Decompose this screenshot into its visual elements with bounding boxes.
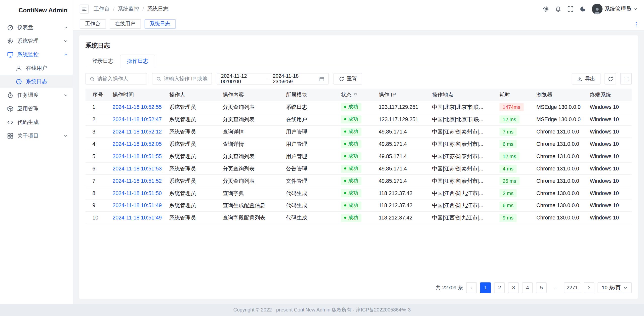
chevron-left-icon xyxy=(470,286,474,290)
operation-time-link[interactable]: 2024-11-18 10:51:52 xyxy=(112,178,162,184)
tab-more-icon[interactable] xyxy=(633,21,639,27)
cell-browser: Chrome 131.0.0.0 xyxy=(536,141,590,147)
operator-search-input[interactable] xyxy=(97,76,143,82)
user-menu[interactable]: 系统管理员 xyxy=(592,4,637,14)
sidebar-item-about-project[interactable]: 关于项目 xyxy=(0,129,73,143)
pagination-page-2[interactable]: 2 xyxy=(494,282,505,293)
sidebar-item-system-monitor[interactable]: 系统监控 xyxy=(0,48,73,61)
pagination: 共 22709 条 12345···2271 10 条/页 xyxy=(86,278,632,293)
pagination-page-2271[interactable]: 2271 xyxy=(564,282,580,293)
cell-operator: 系统管理员 xyxy=(169,153,223,160)
cell-index: 2 xyxy=(86,116,113,122)
prev-page-button[interactable] xyxy=(466,282,477,293)
operation-time-link[interactable]: 2024-11-18 10:51:49 xyxy=(112,202,162,208)
cell-operator: 系统管理员 xyxy=(169,128,223,135)
sidebar: ContiNew Admin 仪表盘 系统管理 系统监控 xyxy=(0,0,73,304)
breadcrumb-separator: / xyxy=(142,6,144,12)
duration-badge: 7 ms xyxy=(499,127,517,136)
sidebar-item-app-management[interactable]: 应用管理 xyxy=(0,102,73,115)
sidebar-collapse-button[interactable] xyxy=(80,5,89,14)
table-row: 102024-11-18 10:51:49系统管理员查询字段配置列表代码生成成功… xyxy=(86,212,632,224)
status-dot-icon xyxy=(344,204,346,206)
pagination-page-3[interactable]: 3 xyxy=(508,282,519,293)
next-page-button[interactable] xyxy=(584,282,594,293)
date-range-picker[interactable]: 2024-11-12 00:00:00 - 2024-11-18 23:59:5… xyxy=(217,73,329,85)
filter-funnel-icon[interactable] xyxy=(353,93,358,97)
footer: Copyright © 2022 - present ContiNew Admi… xyxy=(0,304,644,316)
col-location: 操作地点 xyxy=(432,91,500,98)
operation-time-link[interactable]: 2024-11-18 10:51:53 xyxy=(112,165,162,171)
page-size-select[interactable]: 10 条/页 xyxy=(598,282,632,293)
cell-browser: MSEdge 130.0.0.0 xyxy=(536,104,590,110)
tab-system-logs[interactable]: 系统日志 xyxy=(144,19,176,29)
col-os: 终端系统 xyxy=(590,91,632,98)
sidebar-item-task-schedule[interactable]: 任务调度 xyxy=(0,88,73,102)
table-refresh-button[interactable] xyxy=(605,73,616,85)
cell-index: 6 xyxy=(86,165,113,171)
pagination-page-5[interactable]: 5 xyxy=(536,282,547,293)
cube-icon xyxy=(7,105,14,112)
tab-workbench[interactable]: 工作台 xyxy=(80,19,106,29)
logo[interactable]: ContiNew Admin xyxy=(0,0,73,20)
breadcrumb-item-workbench[interactable]: 工作台 xyxy=(94,5,110,13)
pagination-page-1[interactable]: 1 xyxy=(480,282,491,293)
pagination-ellipsis[interactable]: ··· xyxy=(550,282,561,293)
status-badge: 成功 xyxy=(341,152,361,160)
tab-online-users[interactable]: 在线用户 xyxy=(109,19,141,29)
table-fullscreen-button[interactable] xyxy=(620,73,632,85)
log-type-tabs: 登录日志 操作日志 xyxy=(86,55,632,68)
operation-time-link[interactable]: 2024-11-18 10:51:50 xyxy=(112,190,162,196)
operation-time-link[interactable]: 2024-11-18 10:52:05 xyxy=(112,141,162,147)
notification-bell-icon[interactable] xyxy=(555,6,561,12)
cell-browser: Chrome 131.0.0.0 xyxy=(536,178,590,184)
operation-time-link[interactable]: 2024-11-18 10:52:47 xyxy=(112,116,162,122)
fullscreen-icon[interactable] xyxy=(567,6,574,12)
dark-mode-moon-icon[interactable] xyxy=(580,6,586,12)
cell-location: 中国|江西省|九江市|... xyxy=(432,202,500,209)
sidebar-item-system-logs[interactable]: 系统日志 xyxy=(0,75,73,88)
cell-status: 成功 xyxy=(341,189,379,197)
settings-gear-icon[interactable] xyxy=(543,6,549,12)
operation-time-link[interactable]: 2024-11-18 10:52:12 xyxy=(112,128,162,134)
operation-time-link[interactable]: 2024-11-18 10:51:49 xyxy=(112,215,162,221)
breadcrumb-item-system-monitor[interactable]: 系统监控 xyxy=(118,5,139,13)
operation-time-link[interactable]: 2024-11-18 10:52:55 xyxy=(112,104,162,110)
reset-button[interactable]: 重置 xyxy=(334,73,362,85)
status-dot-icon xyxy=(344,118,346,120)
date-end-value[interactable]: 2024-11-18 23:59:59 xyxy=(273,73,315,85)
status-badge: 成功 xyxy=(341,127,361,136)
cell-location: 中国|江苏省|泰州市|... xyxy=(432,153,500,160)
sidebar-item-label: 仪表盘 xyxy=(17,24,60,31)
breadcrumb: 工作台 / 系统监控 / 系统日志 xyxy=(94,5,169,13)
menu-fold-icon xyxy=(82,6,87,12)
date-start-value[interactable]: 2024-11-12 00:00:00 xyxy=(221,73,264,85)
dashboard-icon xyxy=(7,24,14,31)
cell-time: 2024-11-18 10:51:53 xyxy=(112,165,169,171)
cell-time: 2024-11-18 10:51:49 xyxy=(112,202,169,208)
sidebar-item-dashboard[interactable]: 仪表盘 xyxy=(0,21,73,34)
pagination-page-4[interactable]: 4 xyxy=(522,282,533,293)
status-badge: 成功 xyxy=(341,201,361,210)
operation-time-link[interactable]: 2024-11-18 10:51:55 xyxy=(112,153,162,159)
chevron-right-icon xyxy=(587,286,591,290)
cell-time: 2024-11-18 10:52:47 xyxy=(112,116,169,122)
monitor-icon xyxy=(7,51,14,58)
export-button[interactable]: 导出 xyxy=(572,73,600,85)
sidebar-item-system-management[interactable]: 系统管理 xyxy=(0,34,73,48)
tab-operation-logs[interactable]: 操作日志 xyxy=(120,55,155,68)
col-content: 操作内容 xyxy=(223,91,286,98)
avatar[interactable] xyxy=(592,4,602,14)
cell-os: Windows 10 xyxy=(590,190,632,196)
status-dot-icon xyxy=(344,192,346,194)
history-icon xyxy=(16,78,22,85)
cell-status: 成功 xyxy=(341,103,379,111)
cell-duration: 4 ms xyxy=(499,164,536,173)
cell-duration: 2 ms xyxy=(499,189,536,197)
cell-duration: 6 ms xyxy=(499,201,536,210)
tab-login-logs[interactable]: 登录日志 xyxy=(86,55,120,68)
sidebar-item-code-generation[interactable]: 代码生成 xyxy=(0,115,73,129)
sidebar-item-online-users[interactable]: 在线用户 xyxy=(0,61,73,75)
ip-search-input[interactable] xyxy=(164,76,208,82)
cell-browser: Chrome 130.0.0.0 xyxy=(536,190,590,196)
cell-os: Windows 10 xyxy=(590,153,632,159)
